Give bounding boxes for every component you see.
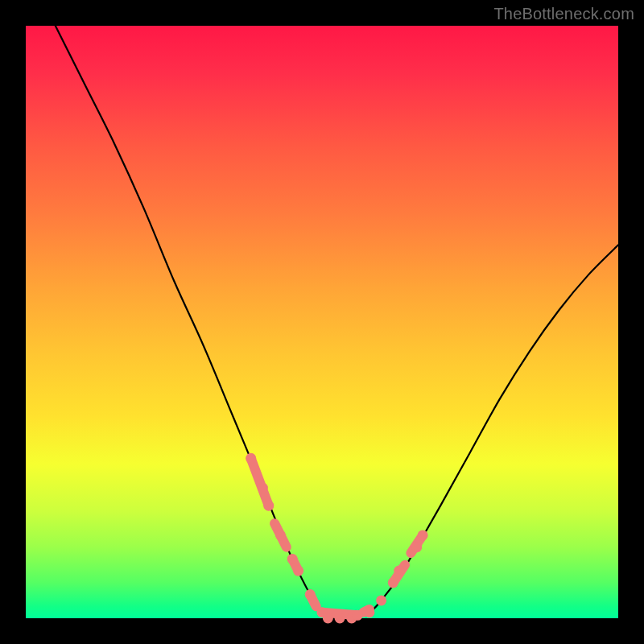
highlight-dot	[388, 577, 398, 588]
highlight-dot	[293, 566, 303, 576]
highlight-dot	[275, 530, 286, 540]
highlight-dot	[364, 607, 374, 617]
highlight-dot	[323, 613, 333, 624]
highlight-dot	[411, 542, 422, 552]
plot-area	[26, 26, 618, 618]
highlight-dot	[394, 566, 404, 576]
highlight-dot	[258, 483, 268, 493]
bottleneck-curve	[56, 26, 618, 619]
chart-frame: TheBottleneck.com	[0, 0, 644, 644]
highlight-dot	[305, 589, 316, 600]
highlight-dot	[335, 613, 345, 624]
highlight-dot	[287, 554, 298, 564]
watermark-text: TheBottleneck.com	[493, 5, 634, 23]
highlight-dot	[418, 530, 428, 540]
highlight-dot	[246, 453, 256, 464]
highlight-dot	[263, 501, 274, 511]
highlight-dot	[353, 610, 363, 621]
highlight-segment	[251, 458, 269, 506]
highlight-dots	[246, 453, 427, 624]
curve-layer	[26, 26, 618, 618]
highlight-dot	[376, 595, 386, 605]
